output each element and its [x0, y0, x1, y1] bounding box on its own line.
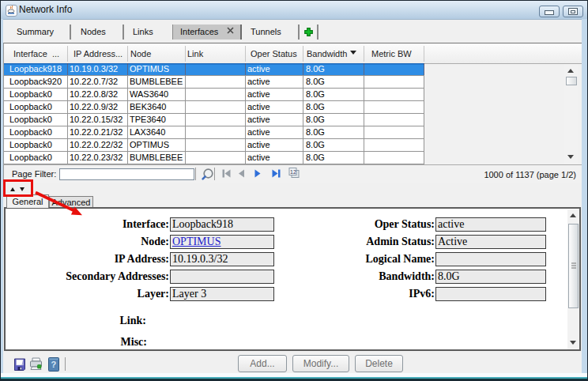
svg-text:?: ? [51, 360, 57, 369]
